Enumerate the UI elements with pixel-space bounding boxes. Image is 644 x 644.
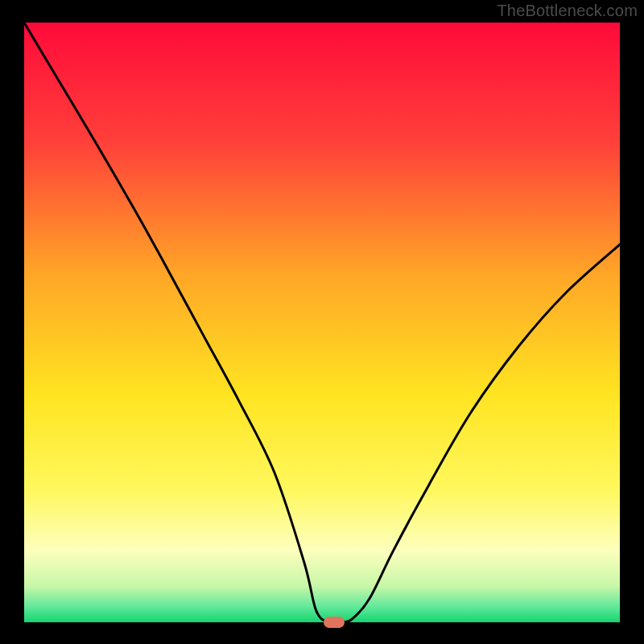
plot-area [24,23,620,622]
optimal-point-marker [324,617,345,628]
chart-frame: TheBottleneck.com [0,0,644,644]
gradient-background [24,23,620,622]
bottleneck-chart [24,23,620,622]
watermark-text: TheBottleneck.com [497,2,638,20]
